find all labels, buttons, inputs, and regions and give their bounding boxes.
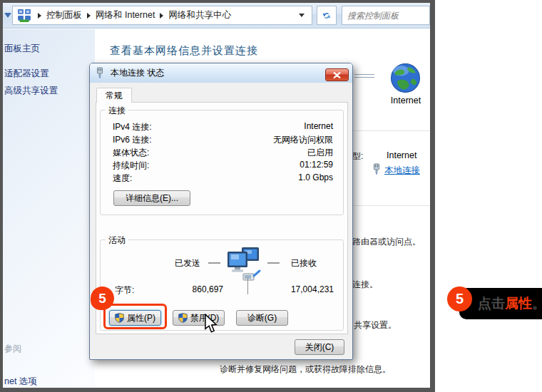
search-input[interactable] <box>342 6 429 24</box>
row-value-media-state: 已启用 <box>307 147 333 160</box>
breadcrumb-separator-icon <box>87 13 91 19</box>
tab-general[interactable]: 常规 <box>96 88 132 103</box>
troubleshoot-description: 诊断并修复网络问题，或获得故障排除信息。 <box>220 363 391 376</box>
dialog-titlebar[interactable]: 本地连接 状态 <box>90 63 352 83</box>
step-badge: 5 <box>91 287 114 310</box>
row-value-speed: 1.0 Gbps <box>298 172 333 185</box>
annotation-text-prefix: 点击 <box>478 296 505 311</box>
computers-activity-icon <box>223 246 262 283</box>
breadcrumb-separator-icon <box>160 13 163 19</box>
local-connection-link[interactable]: 本地连接 <box>384 165 420 177</box>
row-value-duration: 01:12:59 <box>300 160 333 172</box>
bytes-separator <box>247 278 248 294</box>
details-button[interactable]: 详细信息(E)... <box>113 190 190 206</box>
diagnose-button-label: 诊断(G) <box>247 312 277 324</box>
diagnose-button[interactable]: 诊断(G) <box>236 310 288 326</box>
breadcrumb-item-network-internet[interactable]: 网络和 Internet <box>96 9 155 21</box>
sidebar-see-also-header: 参阅 <box>4 343 21 355</box>
internet-node-label: Internet <box>383 96 429 105</box>
annotation-text-highlight: 属性 <box>505 296 532 311</box>
text-fragment-sharing: 共享设置。 <box>354 319 397 331</box>
screenshot-root: 控制面板 网络和 Internet 网络和共享中心 面板主页 适配器设置 高级共… <box>0 0 542 392</box>
bytes-label: 字节: <box>115 284 134 296</box>
connection-group-label: 连接 <box>106 105 128 117</box>
properties-button-label: 属性(P) <box>127 312 155 324</box>
uac-shield-icon <box>178 313 188 323</box>
text-fragment-connect: 连接。 <box>352 279 378 291</box>
breadcrumb-item-network-sharing-center[interactable]: 网络和共享中心 <box>168 9 231 21</box>
internet-globe-icon[interactable] <box>390 63 421 93</box>
row-label-speed: 速度: <box>113 172 132 185</box>
row-label-ipv4: IPv4 连接: <box>113 121 152 134</box>
network-map-line <box>354 74 374 75</box>
activity-group-label: 活动 <box>106 234 128 247</box>
close-button[interactable]: 关闭(C) <box>295 339 344 355</box>
dialog-title: 本地连接 状态 <box>111 67 164 79</box>
properties-button[interactable]: 属性(P) <box>109 310 161 326</box>
sidebar-item-adapter-settings[interactable]: 适配器设置 <box>4 68 49 80</box>
access-type-value: Internet <box>387 150 416 160</box>
row-value-ipv6: 无网络访问权限 <box>273 134 333 147</box>
refresh-button[interactable] <box>317 6 337 25</box>
sidebar: 面板主页 适配器设置 高级共享设置 参阅 net 选项 <box>3 29 95 388</box>
mouse-cursor <box>204 314 218 334</box>
row-label-duration: 持续时间: <box>113 160 149 172</box>
breadcrumb-item-control-panel[interactable]: 控制面板 <box>46 9 82 21</box>
text-fragment-router: 路由器或访问点。 <box>352 236 421 248</box>
sidebar-item-control-panel-home[interactable]: 面板主页 <box>4 43 40 55</box>
bytes-sent-value: 860,697 <box>163 284 223 294</box>
refresh-icon <box>321 10 332 21</box>
activity-dash <box>208 262 220 264</box>
connection-status-icon <box>96 67 105 79</box>
content-divider <box>346 205 430 206</box>
access-type-label: 型: <box>352 150 363 163</box>
row-value-ipv4: Internet <box>304 121 333 134</box>
annotation-callout: 点击属性。 <box>459 288 542 319</box>
ethernet-plug-icon <box>372 163 381 175</box>
breadcrumb-separator-icon <box>38 13 41 19</box>
page-title: 查看基本网络信息并设置连接 <box>110 44 258 58</box>
received-label: 已接收 <box>291 257 317 269</box>
uac-shield-icon <box>115 313 124 323</box>
content-divider <box>346 130 430 131</box>
sidebar-item-internet-options[interactable]: net 选项 <box>4 376 37 388</box>
annotation-text-suffix: 。 <box>532 296 542 311</box>
activity-dash <box>267 262 280 264</box>
annotation-step-badge: 5 <box>447 287 472 311</box>
search-box <box>342 6 430 25</box>
chevron-down-icon[interactable] <box>4 13 11 18</box>
tab-page-general: 连接 IPv4 连接:Internet IPv6 连接:无网络访问权限 媒体状态… <box>96 102 348 334</box>
sidebar-item-advanced-sharing[interactable]: 高级共享设置 <box>4 85 58 97</box>
dialog-close-button[interactable] <box>325 68 349 81</box>
sent-label: 已发送 <box>175 257 200 269</box>
breadcrumb-dropdown-icon[interactable] <box>299 14 305 17</box>
network-map-line <box>354 77 374 78</box>
row-label-media-state: 媒体状态: <box>113 147 149 160</box>
navigation-toolbar: 控制面板 网络和 Internet 网络和共享中心 <box>3 3 430 29</box>
local-connection-status-dialog: 本地连接 状态 常规 连接 IPv4 连接:Internet IPv6 连接:无… <box>89 63 353 360</box>
connection-group: 连接 IPv4 连接:Internet IPv6 连接:无网络访问权限 媒体状态… <box>100 110 344 215</box>
breadcrumb[interactable]: 控制面板 网络和 Internet 网络和共享中心 <box>12 6 312 25</box>
network-places-icon <box>17 9 31 23</box>
bytes-received-value: 17,004,231 <box>266 284 334 294</box>
activity-group: 活动 已发送 <box>100 239 344 331</box>
row-label-ipv6: IPv6 连接: <box>113 134 152 147</box>
close-icon <box>333 72 341 78</box>
